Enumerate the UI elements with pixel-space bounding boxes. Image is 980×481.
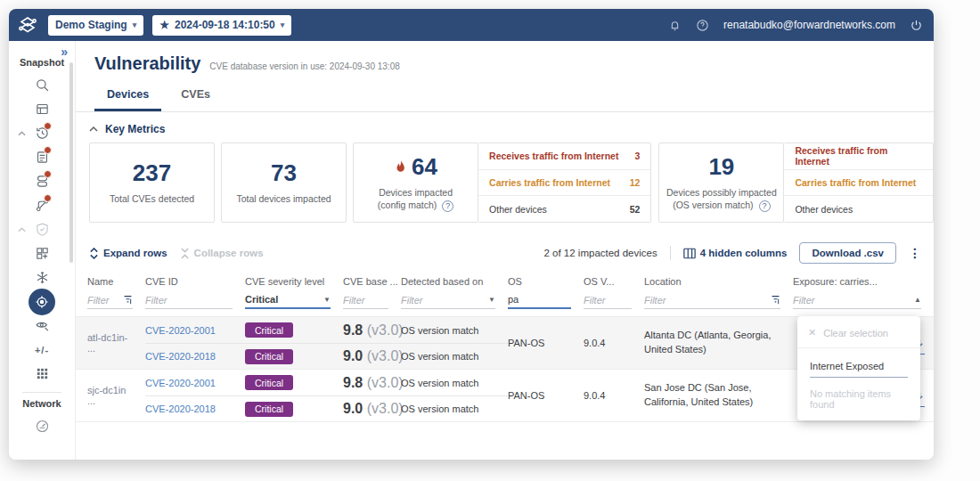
detected-based-on: OS version match bbox=[401, 317, 508, 343]
device-name[interactable]: sjc-dc1in ... bbox=[87, 370, 145, 421]
tab-cves[interactable]: CVEs bbox=[168, 85, 223, 111]
sidebar-item-blocks[interactable] bbox=[9, 241, 75, 265]
exposure-filter-dropdown: ✕ Clear selection Internet Exposed No ma… bbox=[797, 316, 920, 420]
breakdown-row[interactable]: Carries traffic from Internet bbox=[784, 169, 933, 196]
help-icon[interactable]: ? bbox=[759, 200, 771, 212]
exposure-filter-input[interactable]: Filter bbox=[793, 295, 814, 306]
sidebar-item-verify[interactable] bbox=[9, 217, 75, 241]
sidebar-item-search[interactable] bbox=[9, 73, 75, 97]
collapse-rows-label: Collapse rows bbox=[194, 248, 264, 258]
breakdown-row[interactable]: Receives traffic from Internet bbox=[784, 143, 933, 169]
network-selector-button[interactable]: Demo Staging ▾ bbox=[48, 15, 143, 36]
col-name[interactable]: Name bbox=[87, 271, 145, 289]
sidebar-item-inspect[interactable] bbox=[9, 314, 75, 338]
filter-icon[interactable] bbox=[123, 295, 133, 305]
logout-power-icon[interactable] bbox=[910, 19, 923, 32]
forward-networks-logo-icon[interactable] bbox=[16, 13, 39, 37]
sidebar-item-layers[interactable] bbox=[9, 169, 75, 193]
breakdown-row[interactable]: Other devices bbox=[784, 195, 933, 222]
hidden-columns-button[interactable]: 4 hidden columns bbox=[683, 248, 788, 259]
devices-impacted-label1: Devices impacted bbox=[379, 187, 453, 198]
card-devices-possibly-impacted: 19 Devices possibly impacted (OS version… bbox=[658, 143, 784, 223]
key-metrics-header[interactable]: Key Metrics bbox=[76, 112, 934, 135]
collapse-rows-icon bbox=[180, 248, 190, 259]
sidebar-expand-icon[interactable]: » bbox=[61, 45, 68, 59]
notifications-bell-icon[interactable] bbox=[668, 19, 682, 32]
col-cve-id[interactable]: CVE ID bbox=[145, 271, 245, 289]
toolbar-divider bbox=[670, 246, 671, 260]
chevron-down-icon[interactable]: ▼ bbox=[323, 296, 331, 304]
sidebar-item-notes[interactable] bbox=[9, 145, 75, 169]
total-devices-value: 73 bbox=[271, 159, 297, 187]
help-icon[interactable] bbox=[696, 19, 709, 32]
cve-score-version: (v3.0) bbox=[367, 375, 404, 391]
clear-selection-option[interactable]: ✕ Clear selection bbox=[797, 316, 920, 348]
user-email[interactable]: renatabudko@forwardnetworks.com bbox=[723, 19, 895, 31]
dropdown-option-internet-exposed[interactable]: Internet Exposed bbox=[810, 361, 908, 378]
col-base-score[interactable]: CVE base ... bbox=[343, 271, 401, 289]
device-location: Altanta DC (Atlanta, Georgia, United Sta… bbox=[644, 317, 793, 369]
cve-link[interactable]: CVE-2020-2001 bbox=[145, 325, 216, 336]
expand-rows-button[interactable]: Expand rows bbox=[89, 248, 167, 259]
download-csv-button[interactable]: Download .csv bbox=[799, 242, 896, 264]
severity-filter-select[interactable]: Critical bbox=[245, 294, 278, 305]
sidebar-scrollbar[interactable] bbox=[69, 62, 73, 263]
sidebar-item-diff[interactable]: +/- bbox=[9, 338, 75, 362]
detected-filter-select[interactable]: Filter bbox=[401, 295, 422, 306]
other-devices-value: 52 bbox=[630, 204, 641, 215]
breakdown-row[interactable]: Other devices 52 bbox=[478, 195, 650, 222]
sidebar-item-history[interactable] bbox=[9, 121, 75, 145]
blocks-icon bbox=[35, 246, 50, 261]
collapse-rows-button[interactable]: Collapse rows bbox=[180, 248, 264, 259]
network-selector-label: Demo Staging bbox=[55, 19, 127, 31]
snapshot-selector-button[interactable]: ★ 2024-09-18 14:10:50 ▾ bbox=[152, 15, 291, 36]
name-filter-input[interactable]: Filter bbox=[87, 295, 109, 306]
sidebar-item-report[interactable] bbox=[9, 97, 75, 121]
sidebar: » Snapshot bbox=[9, 41, 76, 460]
base-score-filter-input[interactable]: Filter bbox=[343, 295, 364, 306]
location-filter-input[interactable]: Filter bbox=[644, 295, 666, 306]
col-exposure[interactable]: Exposure: carries... bbox=[793, 271, 934, 289]
breakdown-row[interactable]: Carries traffic from Internet 12 bbox=[478, 169, 650, 196]
sidebar-item-paths[interactable] bbox=[9, 193, 75, 217]
chevron-down-icon: ▾ bbox=[133, 20, 137, 29]
device-os-version: 9.0.4 bbox=[584, 370, 644, 421]
chevron-down-icon: ▾ bbox=[281, 20, 285, 29]
sidebar-item-snowflake[interactable] bbox=[9, 265, 75, 289]
col-os-version[interactable]: OS V... bbox=[584, 271, 644, 289]
chevron-up-icon[interactable]: ▲ bbox=[914, 296, 921, 304]
device-name[interactable]: atl-dc1in- ... bbox=[87, 317, 145, 369]
notification-badge bbox=[44, 122, 52, 130]
help-icon[interactable]: ? bbox=[442, 200, 453, 212]
expand-rows-icon bbox=[89, 248, 99, 259]
search-icon bbox=[35, 77, 50, 93]
cve-base-score: 9.0 bbox=[343, 348, 363, 364]
cve-link[interactable]: CVE-2020-2018 bbox=[145, 351, 216, 362]
cve-id-filter-input[interactable]: Filter bbox=[145, 295, 167, 306]
card-total-devices: 73 Total devices impacted bbox=[221, 143, 347, 223]
expand-rows-label: Expand rows bbox=[103, 248, 167, 258]
col-location[interactable]: Location bbox=[644, 271, 793, 289]
os-filter-input[interactable]: pa bbox=[508, 294, 519, 305]
cve-link[interactable]: CVE-2020-2018 bbox=[145, 404, 216, 414]
col-severity[interactable]: CVE severity level bbox=[245, 271, 343, 289]
vulnerability-target-icon bbox=[35, 295, 49, 309]
receives-traffic-value: 3 bbox=[635, 151, 641, 161]
col-os[interactable]: OS bbox=[508, 271, 584, 289]
sidebar-network-label: Network bbox=[22, 398, 61, 409]
detected-based-on: OS version match bbox=[401, 370, 508, 395]
sidebar-item-dashboard[interactable] bbox=[9, 414, 75, 438]
chevron-down-icon[interactable]: ▼ bbox=[488, 296, 495, 304]
os-match-breakdown: Receives traffic from Internet Carries t… bbox=[784, 143, 934, 223]
sidebar-item-vulnerability-active[interactable] bbox=[9, 289, 75, 314]
device-os-version: 9.0.4 bbox=[584, 317, 644, 369]
col-detected[interactable]: Detected based on bbox=[401, 271, 508, 289]
tab-devices[interactable]: Devices bbox=[94, 85, 161, 111]
more-options-kebab-icon[interactable]: ⋮ bbox=[909, 246, 921, 260]
breakdown-row[interactable]: Receives traffic from Internet 3 bbox=[478, 143, 650, 169]
sidebar-item-apps[interactable] bbox=[9, 362, 75, 386]
cve-base-score: 9.8 bbox=[343, 322, 363, 338]
filter-icon[interactable] bbox=[771, 295, 780, 305]
cve-link[interactable]: CVE-2020-2001 bbox=[145, 378, 216, 388]
os-version-filter-input[interactable]: Filter bbox=[584, 295, 605, 306]
